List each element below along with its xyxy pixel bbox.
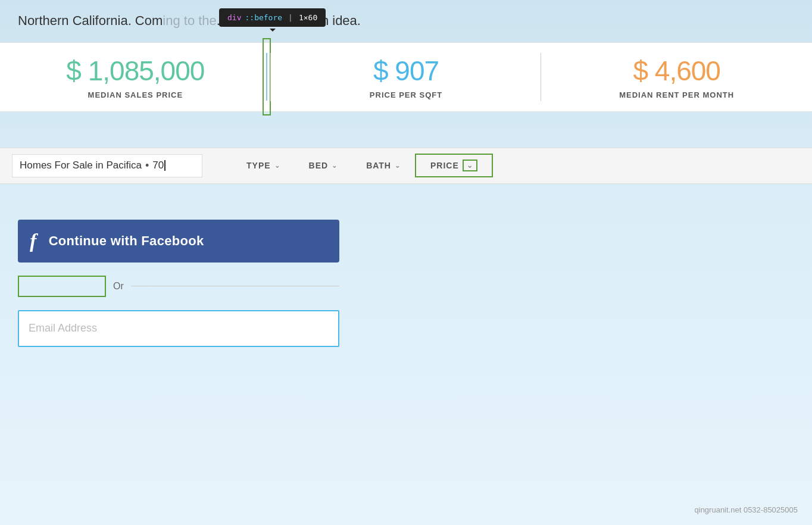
or-input-box bbox=[18, 276, 106, 297]
bed-chevron-icon: ⌄ bbox=[332, 162, 338, 170]
price-filter-label: PRICE bbox=[430, 161, 459, 170]
facebook-button-label: Continue with Facebook bbox=[49, 233, 204, 249]
facebook-login-button[interactable]: f Continue with Facebook bbox=[18, 220, 339, 262]
bath-filter-label: BATH bbox=[366, 161, 391, 170]
or-line bbox=[131, 286, 339, 286]
or-text: Or bbox=[113, 281, 124, 292]
stat-price-sqft: $ 907 PRICE PER SQFT bbox=[271, 43, 542, 111]
divider-element bbox=[263, 38, 271, 115]
text-cursor bbox=[164, 160, 165, 171]
or-divider-row: Or bbox=[18, 276, 339, 297]
stat-median-sales: $ 1,085,000 MEDIAN SALES PRICE bbox=[0, 43, 271, 111]
stat-median-rent: $ 4,600 MEDIAN RENT PER MONTH bbox=[541, 43, 812, 111]
median-rent-label: MEDIAN RENT PER MONTH bbox=[619, 90, 734, 99]
filter-buttons-group: TYPE ⌄ BED ⌄ BATH ⌄ PRICE ⌄ bbox=[232, 154, 493, 177]
tooltip-size: 1×60 bbox=[299, 13, 317, 22]
bed-filter-button[interactable]: BED ⌄ bbox=[295, 156, 352, 175]
price-sqft-label: PRICE PER SQFT bbox=[370, 90, 442, 99]
search-count: 70 bbox=[152, 160, 164, 171]
facebook-icon: f bbox=[30, 231, 37, 251]
search-bullet: • bbox=[145, 160, 149, 172]
bed-filter-label: BED bbox=[309, 161, 329, 170]
dev-inspector-tooltip: div::before | 1×60 bbox=[219, 8, 326, 27]
type-chevron-icon: ⌄ bbox=[274, 162, 280, 170]
type-filter-button[interactable]: TYPE ⌄ bbox=[232, 156, 295, 175]
median-sales-value: $ 1,085,000 bbox=[66, 55, 204, 87]
filter-bar: Homes For Sale in Pacifica • 70 TYPE ⌄ B… bbox=[0, 148, 812, 184]
price-filter-button[interactable]: PRICE ⌄ bbox=[415, 154, 493, 177]
bath-chevron-icon: ⌄ bbox=[395, 162, 401, 170]
stats-row: $ 1,085,000 MEDIAN SALES PRICE $ 907 PRI… bbox=[0, 42, 812, 112]
median-rent-value: $ 4,600 bbox=[633, 55, 720, 87]
median-sales-label: MEDIAN SALES PRICE bbox=[88, 90, 183, 99]
type-filter-label: TYPE bbox=[246, 161, 271, 170]
watermark: qingruanit.net 0532-85025005 bbox=[695, 505, 798, 514]
page-description: Northern California. Coming to the. Just… bbox=[0, 0, 812, 36]
price-chevron-icon: ⌄ bbox=[463, 160, 477, 171]
email-address-input[interactable] bbox=[18, 310, 339, 347]
price-sqft-value: $ 907 bbox=[373, 55, 439, 87]
search-text: Homes For Sale in Pacifica bbox=[20, 160, 142, 171]
tooltip-pseudo-label: ::before bbox=[245, 13, 282, 22]
divider-inner-line bbox=[266, 53, 267, 101]
bath-filter-button[interactable]: BATH ⌄ bbox=[352, 156, 415, 175]
tooltip-div-label: div bbox=[227, 13, 241, 22]
tooltip-separator: | bbox=[288, 13, 293, 22]
lower-section: f Continue with Facebook Or bbox=[0, 184, 351, 365]
search-input-wrap: Homes For Sale in Pacifica • 70 bbox=[12, 154, 202, 177]
